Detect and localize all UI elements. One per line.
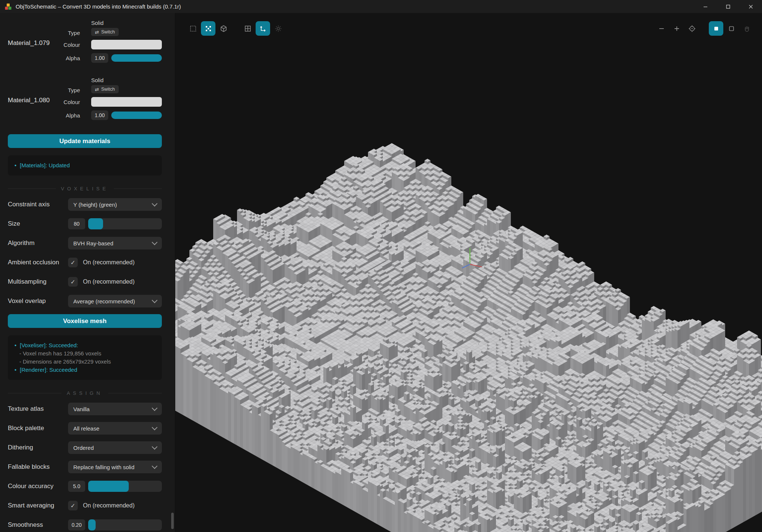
field-label: Dithering	[8, 444, 68, 451]
field-label: Type	[54, 30, 80, 36]
row-smart-averaging: Smart averaging ✓ On (recommended)	[8, 499, 162, 512]
minimize-button[interactable]	[694, 0, 717, 13]
block-view-icon	[220, 25, 228, 33]
smart-averaging-checkbox[interactable]: ✓	[68, 501, 78, 510]
dithering-select[interactable]: Ordered	[68, 441, 162, 454]
status-text: [Materials]: Updated	[20, 161, 70, 170]
ambient-occlusion-checkbox[interactable]: ✓	[68, 258, 78, 267]
status-text: [Renderer]: Succeeded	[20, 366, 77, 374]
checkbox-label: On (recommended)	[83, 259, 135, 266]
axis-gizmo	[455, 244, 489, 277]
close-button[interactable]	[739, 0, 762, 13]
row-texture-atlas: Texture atlas Vanilla	[8, 403, 162, 415]
alpha-value-field[interactable]: 1.00	[91, 53, 108, 63]
materials-status-box: • [Materials]: Updated	[8, 155, 162, 175]
perspective-camera-button[interactable]	[709, 21, 723, 36]
chevron-down-icon	[152, 200, 158, 206]
status-bullet-icon: •	[15, 366, 16, 374]
app-logo-icon	[4, 3, 12, 10]
voxel-overlap-select[interactable]: Average (recommended)	[68, 295, 162, 307]
axes-icon	[259, 25, 267, 33]
minimize-icon	[703, 4, 708, 9]
update-materials-button[interactable]: Update materials	[8, 134, 162, 148]
field-label: Ambient occlusion	[8, 259, 68, 266]
field-label: Constraint axis	[8, 201, 68, 208]
constraint-axis-select[interactable]: Y (height) (green)	[68, 198, 162, 211]
colour-accuracy-slider[interactable]	[88, 481, 162, 492]
fallable-blocks-select[interactable]: Replace falling with solid	[68, 461, 162, 473]
angle-snap-button[interactable]	[739, 21, 754, 36]
field-label: Smart averaging	[8, 502, 68, 509]
size-slider[interactable]	[88, 218, 162, 229]
alpha-value-field[interactable]: 1.00	[91, 110, 108, 120]
titlebar: ObjToSchematic – Convert 3D models into …	[0, 0, 762, 13]
grid-icon	[244, 25, 252, 33]
material-section: Material_1.080 Type Solid ⇄ Switch Colou…	[8, 77, 162, 124]
colour-swatch[interactable]	[91, 97, 162, 107]
status-text: [Voxeliser]: Succeeded:	[20, 341, 78, 349]
perspective-icon	[712, 25, 720, 33]
field-label: Voxel overlap	[8, 297, 68, 305]
size-value-field[interactable]: 80	[68, 218, 85, 229]
reset-camera-button[interactable]	[685, 21, 699, 36]
row-constraint-axis: Constraint axis Y (height) (green)	[8, 198, 162, 211]
smoothness-value-field[interactable]: 0.20	[68, 519, 85, 531]
status-detail: - Voxel mesh has 129,856 voxels	[15, 349, 101, 358]
shuffle-icon: ⇄	[95, 30, 99, 35]
maximize-button[interactable]	[717, 0, 739, 13]
viewport-3d[interactable]	[175, 13, 762, 532]
block-view-button[interactable]	[216, 21, 231, 36]
chevron-down-icon	[152, 405, 158, 411]
zoom-out-icon	[657, 25, 666, 33]
maximize-icon	[726, 4, 730, 9]
chevron-down-icon	[152, 297, 158, 303]
close-icon	[749, 4, 753, 9]
window-title: ObjToSchematic – Convert 3D models into …	[16, 3, 181, 10]
orthographic-icon	[727, 25, 736, 33]
lighting-icon	[274, 25, 282, 33]
field-label: Algorithm	[8, 239, 68, 247]
material-type-value: Solid	[91, 77, 162, 83]
switch-material-type-button[interactable]: ⇄ Switch	[91, 28, 119, 36]
block-palette-select[interactable]: All release	[68, 422, 162, 435]
smoothness-slider[interactable]	[88, 519, 162, 531]
field-label: Colour	[54, 99, 80, 105]
zoom-in-button[interactable]	[669, 21, 684, 36]
grab-icon	[743, 25, 751, 33]
check-icon: ✓	[70, 502, 75, 509]
status-detail: - Dimensions are 265x79x229 voxels	[15, 358, 111, 366]
mesh-view-icon	[189, 25, 197, 33]
orthographic-camera-button[interactable]	[724, 21, 739, 36]
field-label: Type	[54, 87, 80, 93]
row-smoothness: Smoothness 0.20	[8, 519, 162, 531]
algorithm-select[interactable]: BVH Ray-based	[68, 237, 162, 249]
texture-atlas-select[interactable]: Vanilla	[68, 403, 162, 415]
status-bullet-icon: •	[15, 161, 16, 170]
colour-accuracy-value-field[interactable]: 5.0	[68, 481, 85, 492]
lighting-toggle-button[interactable]	[271, 21, 285, 36]
alpha-slider[interactable]	[111, 54, 162, 62]
row-multisampling: Multisampling ✓ On (recommended)	[8, 275, 162, 288]
colour-swatch[interactable]	[91, 40, 162, 49]
mesh-view-button[interactable]	[186, 21, 200, 36]
grid-toggle-button[interactable]	[240, 21, 255, 36]
checkbox-label: On (recommended)	[83, 502, 135, 509]
voxel-view-button[interactable]	[201, 21, 215, 36]
alpha-slider[interactable]	[111, 112, 162, 119]
axes-toggle-button[interactable]	[256, 21, 270, 36]
multisampling-checkbox[interactable]: ✓	[68, 277, 78, 287]
zoom-out-button[interactable]	[654, 21, 669, 36]
field-label: Multisampling	[8, 278, 68, 286]
row-ambient-occlusion: Ambient occlusion ✓ On (recommended)	[8, 256, 162, 269]
material-section: Material_1.079 Type Solid ⇄ Switch Colou…	[8, 20, 162, 67]
chevron-down-icon	[152, 424, 158, 430]
field-label: Block palette	[8, 425, 68, 432]
row-size: Size 80	[8, 217, 162, 230]
section-divider-voxelise: VOXELISE	[8, 186, 162, 191]
row-voxel-overlap: Voxel overlap Average (recommended)	[8, 295, 162, 307]
voxelise-status-box: • [Voxeliser]: Succeeded: - Voxel mesh h…	[8, 335, 162, 380]
sidebar-scrollbar-thumb[interactable]	[171, 513, 174, 529]
voxelise-mesh-button[interactable]: Voxelise mesh	[8, 314, 162, 328]
switch-material-type-button[interactable]: ⇄ Switch	[91, 85, 119, 93]
shuffle-icon: ⇄	[95, 87, 99, 92]
